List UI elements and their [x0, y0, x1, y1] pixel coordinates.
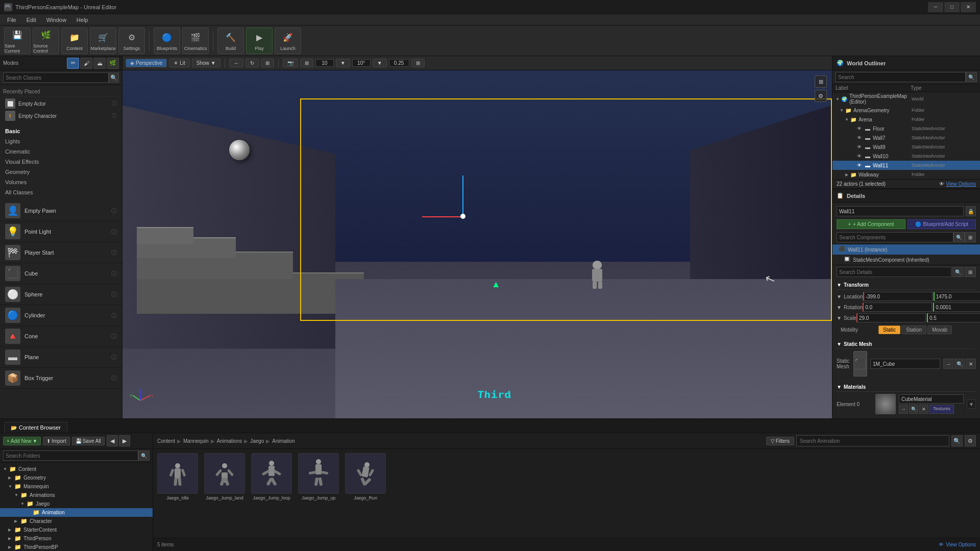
marketplace-button[interactable]: 🛒 Marketplace: [90, 28, 116, 54]
camera-speed[interactable]: 📷: [283, 59, 298, 67]
search-details-button[interactable]: 🔍: [952, 267, 964, 277]
folder-starter-content[interactable]: ▶ 📁 StarterContent: [0, 525, 153, 534]
outliner-item-2[interactable]: ▼ 📁 Arena Folder: [832, 115, 980, 124]
folder-animations[interactable]: ▼ 📁 Animations: [0, 491, 153, 499]
materials-header[interactable]: ▼ Materials: [837, 383, 976, 392]
details-search-input[interactable]: [837, 232, 953, 242]
vis-icon-5[interactable]: 👁: [855, 144, 863, 149]
category-basic[interactable]: Basic: [0, 126, 122, 136]
folder-third-person[interactable]: ▶ 📁 ThirdPerson: [0, 534, 153, 543]
place-cube[interactable]: ⬛ Cube ⓘ: [0, 263, 122, 284]
lit-button[interactable]: ☀ Lit: [169, 59, 190, 67]
asset-settings-button[interactable]: ⚙: [965, 435, 976, 446]
scale-y-input[interactable]: [927, 313, 980, 322]
search-classes-icon[interactable]: 🔍: [109, 72, 119, 83]
view-options-link[interactable]: 👁 View Options: [939, 181, 976, 187]
foliage-mode-button[interactable]: 🌿: [107, 58, 119, 69]
material-expand-button[interactable]: ▼: [967, 399, 976, 409]
outliner-item-3[interactable]: ▶ 👁 ▬ Floor StaticMeshActor: [832, 124, 980, 133]
mat-textures-button[interactable]: Textures: [929, 405, 954, 414]
settings-button[interactable]: ⚙ Settings: [118, 28, 145, 54]
menu-help[interactable]: Help: [71, 16, 93, 24]
place-mode-button[interactable]: ✏: [67, 58, 79, 69]
mat-clear-button[interactable]: ✕: [919, 405, 928, 414]
folder-back-button[interactable]: ◀: [107, 435, 118, 446]
transform-title[interactable]: ▼ Transform: [837, 281, 976, 290]
actor-lock-button[interactable]: 🔒: [966, 206, 976, 216]
category-volumes[interactable]: Volumes: [0, 177, 122, 187]
rotation-snap-input[interactable]: [352, 59, 371, 67]
mobility-movable[interactable]: Movab: [927, 325, 952, 334]
search-classes-input[interactable]: [3, 72, 109, 83]
bread-content[interactable]: Content: [157, 438, 175, 444]
paint-mode-button[interactable]: 🖌: [80, 58, 92, 69]
location-x-input[interactable]: [863, 292, 933, 301]
place-box-trigger[interactable]: 📦 Box Trigger ⓘ: [0, 368, 122, 389]
add-new-button[interactable]: + Add New ▼: [3, 437, 41, 445]
recently-placed-header[interactable]: Recently Placed: [3, 87, 119, 96]
play-button[interactable]: ▶ Play: [246, 28, 273, 54]
add-component-button[interactable]: + + Add Component: [837, 219, 905, 229]
bread-animations[interactable]: Animations: [217, 438, 242, 444]
blueprints-button[interactable]: 🔵 Blueprints: [154, 28, 180, 54]
sm-find-button[interactable]: 🔍: [954, 359, 965, 369]
location-y-input[interactable]: [934, 292, 980, 301]
asset-jaego-jump-land[interactable]: Jaego_Jump_land: [204, 453, 245, 500]
folder-character[interactable]: ▶ 📁 Character: [0, 517, 153, 525]
show-button[interactable]: Show ▼: [192, 59, 220, 67]
blueprint-button[interactable]: 🔵 Blueprint/Add Script: [908, 219, 976, 229]
scale-gizmo[interactable]: ⊞: [261, 59, 274, 67]
mobility-static[interactable]: Static: [878, 325, 900, 334]
rotation-snap-dropdown[interactable]: ▼: [373, 59, 387, 67]
outliner-item-4[interactable]: ▶ 👁 ▬ Wall7 StaticMeshActor: [832, 133, 980, 142]
menu-file[interactable]: File: [2, 16, 21, 24]
outliner-item-7[interactable]: ▶ 👁 ▬ Wall11 StaticMeshActor: [832, 161, 980, 170]
rotation-y-input[interactable]: [933, 303, 980, 312]
maximize-button[interactable]: □: [944, 2, 960, 12]
menu-window[interactable]: Window: [41, 16, 71, 24]
vis-icon-7[interactable]: 👁: [855, 163, 863, 168]
outliner-item-5[interactable]: ▶ 👁 ▬ Wall9 StaticMeshActor: [832, 142, 980, 152]
expand-icon-1[interactable]: ▼: [839, 108, 845, 113]
place-plane[interactable]: ▬ Plane ⓘ: [0, 347, 122, 368]
perspective-button[interactable]: ◈ Perspective: [126, 59, 167, 67]
expand-icon-2[interactable]: ▼: [844, 117, 850, 122]
outliner-item-0[interactable]: ▼ 🌍 ThirdPersonExampleMap (Editor) World: [832, 92, 980, 106]
scale-snap-input[interactable]: [389, 59, 409, 67]
mat-browse-button[interactable]: →: [899, 405, 908, 414]
folder-content[interactable]: ▼ 📁 Content: [0, 465, 153, 473]
category-lights[interactable]: Lights: [0, 136, 122, 146]
asset-jaego-jump-up[interactable]: Jaego_Jump_up: [298, 453, 339, 500]
folder-jaego[interactable]: ▼ 📁 Jaego: [0, 499, 153, 508]
bread-mannequin[interactable]: Mannequin: [183, 438, 208, 444]
material-name-input[interactable]: [899, 394, 964, 404]
content-button[interactable]: 📁 Content: [61, 28, 88, 54]
category-cinematic[interactable]: Cinematic: [0, 146, 122, 157]
bread-jaego[interactable]: Jaego: [250, 438, 264, 444]
folder-animation[interactable]: ▶ 📁 Animation: [0, 508, 153, 517]
vis-icon-4[interactable]: 👁: [855, 135, 863, 140]
category-visual-effects[interactable]: Visual Effects: [0, 157, 122, 167]
viewport-max[interactable]: ⊞: [411, 59, 425, 67]
sm-clear-button[interactable]: ✕: [966, 359, 976, 369]
category-all-classes[interactable]: All Classes: [0, 187, 122, 197]
filters-button[interactable]: ▽ Filters: [766, 437, 794, 445]
scale-x-input[interactable]: [856, 313, 926, 322]
landscape-mode-button[interactable]: ⛰: [93, 58, 106, 69]
import-button[interactable]: ⬆ Import: [43, 437, 69, 445]
vis-icon-3[interactable]: 👁: [855, 126, 863, 131]
place-cylinder[interactable]: 🔵 Cylinder ⓘ: [0, 305, 122, 326]
place-player-start[interactable]: 🏁 Player Start ⓘ: [0, 242, 122, 263]
asset-search-input[interactable]: [796, 435, 949, 446]
outliner-search-button[interactable]: 🔍: [966, 72, 977, 82]
vis-icon-6[interactable]: 👁: [855, 154, 863, 159]
placed-empty-actor[interactable]: ⬜ Empty Actor ⓘ: [3, 97, 119, 110]
outliner-item-6[interactable]: ▶ 👁 ▬ Wall10 StaticMeshActor: [832, 152, 980, 161]
build-button[interactable]: 🔨 Build: [217, 28, 244, 54]
translate-gizmo[interactable]: ↔: [229, 59, 243, 67]
launch-button[interactable]: 🚀 Launch: [275, 28, 301, 54]
folder-search-input[interactable]: [3, 450, 138, 461]
actor-name-input[interactable]: [837, 206, 964, 216]
expand-icon-8[interactable]: ▶: [844, 172, 850, 177]
grid-size-input[interactable]: [315, 59, 334, 67]
